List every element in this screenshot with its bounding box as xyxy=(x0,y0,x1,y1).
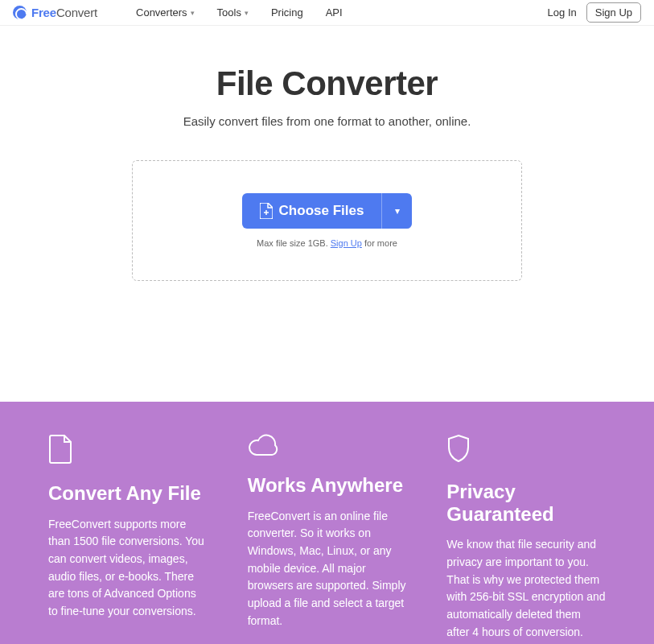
feature-body: FreeConvert supports more than 1500 file… xyxy=(48,516,208,621)
cloud-icon xyxy=(248,434,407,460)
brand-logo[interactable]: FreeConvert xyxy=(13,6,97,19)
limit-signup-link[interactable]: Sign Up xyxy=(331,238,362,248)
nav-api[interactable]: API xyxy=(326,6,343,19)
nav-converters[interactable]: Converters ▾ xyxy=(136,6,195,19)
choose-files-group: Choose Files ▾ xyxy=(242,193,413,229)
chevron-down-icon: ▾ xyxy=(395,205,400,217)
file-dropzone[interactable]: Choose Files ▾ Max file size 1GB. Sign U… xyxy=(132,160,522,281)
feature-convert-any-file: Convert Any File FreeConvert supports mo… xyxy=(48,434,208,641)
file-size-limit: Max file size 1GB. Sign Up for more xyxy=(257,238,397,248)
features-section: Convert Any File FreeConvert supports mo… xyxy=(0,402,654,644)
signup-button[interactable]: Sign Up xyxy=(586,2,641,23)
choose-files-button[interactable]: Choose Files xyxy=(242,193,382,229)
login-link[interactable]: Log In xyxy=(548,6,577,19)
nav-tools-label: Tools xyxy=(217,6,241,19)
logo-icon xyxy=(13,6,27,19)
page-title: File Converter xyxy=(16,64,638,103)
nav-api-label: API xyxy=(326,6,343,19)
feature-works-anywhere: Works Anywhere FreeConvert is an online … xyxy=(248,434,407,641)
nav-tools[interactable]: Tools ▾ xyxy=(217,6,249,19)
nav-converters-label: Converters xyxy=(136,6,187,19)
feature-title: Privacy Guaranteed xyxy=(446,481,606,525)
shield-icon xyxy=(446,434,606,466)
feature-body: We know that file security and privacy a… xyxy=(446,536,606,641)
logo-text-convert: Convert xyxy=(56,6,97,19)
limit-suffix: for more xyxy=(362,238,397,248)
primary-nav: Converters ▾ Tools ▾ Pricing API xyxy=(136,6,343,19)
page-subtitle: Easily convert files from one format to … xyxy=(16,114,638,128)
file-icon xyxy=(48,434,208,468)
file-add-icon xyxy=(260,203,273,219)
auth-controls: Log In Sign Up xyxy=(548,2,641,23)
choose-files-source-menu[interactable]: ▾ xyxy=(381,193,412,229)
nav-pricing[interactable]: Pricing xyxy=(271,6,303,19)
feature-body: FreeConvert is an online file converter.… xyxy=(248,508,407,630)
feature-privacy: Privacy Guaranteed We know that file sec… xyxy=(446,434,606,641)
choose-files-label: Choose Files xyxy=(279,203,364,219)
logo-text-free: Free xyxy=(31,6,56,19)
limit-prefix: Max file size 1GB. xyxy=(257,238,331,248)
hero: File Converter Easily convert files from… xyxy=(0,26,654,402)
feature-title: Convert Any File xyxy=(48,482,208,505)
chevron-down-icon: ▾ xyxy=(245,9,249,17)
top-nav: FreeConvert Converters ▾ Tools ▾ Pricing… xyxy=(0,0,654,26)
feature-title: Works Anywhere xyxy=(248,474,407,497)
nav-pricing-label: Pricing xyxy=(271,6,303,19)
chevron-down-icon: ▾ xyxy=(191,9,195,17)
logo-text: FreeConvert xyxy=(31,6,97,19)
